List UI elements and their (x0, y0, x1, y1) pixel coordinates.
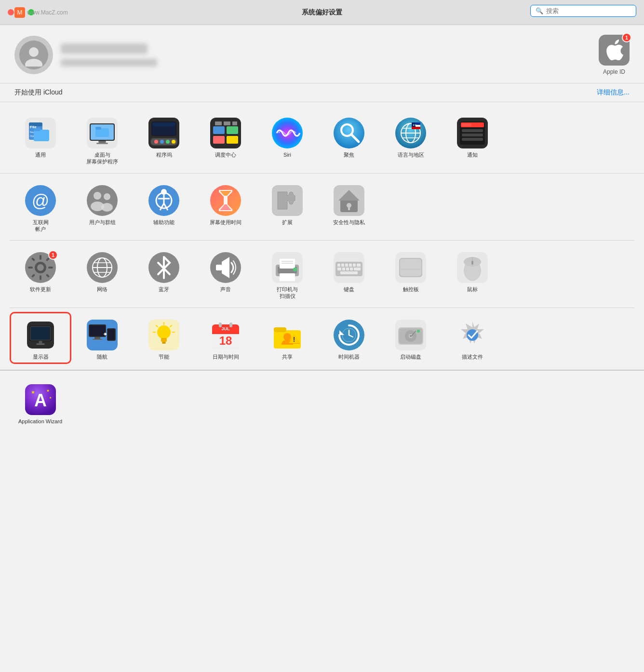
svg-rect-137 (90, 325, 105, 336)
svg-rect-84 (48, 267, 53, 269)
pref-keyboard[interactable]: 键盘 (318, 244, 380, 304)
mouse-icon (457, 252, 488, 283)
app-wizard-icon: A ★ ★ ★ (25, 384, 56, 415)
pref-sound[interactable]: 声音 (195, 244, 256, 304)
profile-info (61, 43, 157, 67)
displays-label: 显示器 (33, 353, 49, 360)
energy-label: 节能 (159, 353, 169, 360)
search-input[interactable] (546, 7, 631, 14)
pref-screentime[interactable]: 屏幕使用时间 (195, 177, 256, 237)
svg-rect-32 (215, 121, 222, 125)
pref-bluetooth[interactable]: 蓝牙 (133, 244, 195, 304)
pref-spotlight[interactable]: 聚焦 (318, 110, 380, 169)
pref-language[interactable]: ★★ 语言与地区 (380, 110, 442, 169)
mission-icon (210, 118, 241, 148)
svg-rect-144 (161, 338, 167, 342)
svg-point-64 (101, 203, 113, 212)
svg-rect-82 (40, 275, 41, 280)
titlebar: M www.MacZ.com 系统偏好设置 🔍 (0, 0, 644, 25)
pref-users[interactable]: 用户与群组 (71, 177, 133, 237)
svg-point-60 (87, 185, 118, 216)
close-button[interactable] (8, 9, 14, 15)
svg-rect-54 (462, 123, 471, 126)
svg-point-105 (293, 268, 297, 271)
svg-rect-112 (353, 264, 356, 267)
handoff-label: 随航 (97, 353, 107, 360)
profile-left (14, 36, 157, 74)
svg-point-21 (160, 140, 164, 144)
svg-rect-81 (40, 255, 41, 260)
pref-dock[interactable]: 程序坞 (133, 110, 195, 169)
accessibility-icon (148, 185, 179, 216)
pref-accessibility[interactable]: 辅助功能 (133, 177, 195, 237)
mouse-label: 鼠标 (467, 286, 478, 293)
search-icon: 🔍 (536, 7, 543, 14)
svg-rect-139 (93, 339, 102, 340)
svg-point-80 (37, 264, 44, 271)
pref-notifications[interactable]: 通知 (442, 110, 503, 169)
printers-label: 打印机与扫描仪 (277, 286, 298, 300)
pref-network[interactable]: 网络 (71, 244, 133, 304)
extensions-label: 扩展 (282, 219, 293, 226)
energy-icon (148, 320, 179, 350)
svg-rect-8 (34, 130, 49, 141)
language-icon: ★★ (395, 118, 426, 148)
icloud-detail-link[interactable]: 详细信息... (597, 88, 630, 97)
avatar[interactable] (14, 36, 53, 74)
pref-internet[interactable]: @ 互联网帐户 (10, 177, 71, 237)
pref-desktop[interactable]: 桌面与屏幕保护程序 (71, 110, 133, 169)
svg-rect-110 (345, 264, 348, 267)
svg-rect-104 (280, 273, 295, 281)
desktop-icon (87, 118, 118, 148)
sound-label: 声音 (220, 286, 231, 293)
svg-rect-109 (341, 264, 344, 267)
svg-rect-111 (349, 264, 352, 267)
svg-rect-28 (213, 126, 225, 134)
pref-timemachine[interactable]: 时间机器 (318, 312, 380, 364)
svg-point-63 (104, 193, 110, 200)
pref-mouse[interactable]: 鼠标 (442, 244, 503, 304)
pref-siri[interactable]: Siri (256, 110, 318, 169)
macos-logo: M (14, 7, 25, 18)
pref-profiles[interactable]: 描述文件 (442, 312, 503, 364)
sharing-icon: ! (272, 320, 303, 350)
pref-extensions[interactable]: 扩展 (256, 177, 318, 237)
pref-trackpad[interactable]: 触控板 (380, 244, 442, 304)
pref-security[interactable]: 安全性与隐私 (318, 177, 380, 237)
svg-rect-14 (95, 127, 101, 130)
pref-softwareupdate[interactable]: 1 软件更新 (10, 244, 71, 304)
section-divider-2 (10, 308, 634, 308)
svg-rect-108 (337, 264, 340, 267)
search-box[interactable]: 🔍 (530, 5, 636, 17)
svg-rect-57 (462, 138, 483, 141)
pref-sharing[interactable]: ! 共享 (256, 312, 318, 364)
svg-point-160 (283, 333, 291, 341)
svg-rect-119 (340, 271, 358, 274)
softwareupdate-icon: 1 (25, 252, 56, 283)
pref-handoff[interactable]: 随航 (71, 312, 133, 364)
internet-icon: @ (25, 185, 56, 216)
svg-text:★★: ★★ (413, 123, 417, 126)
svg-rect-122 (400, 259, 421, 276)
pref-startup[interactable]: 启动磁盘 (380, 312, 442, 364)
pref-displays[interactable]: 显示器 (10, 312, 71, 364)
svg-rect-131 (30, 326, 51, 340)
svg-rect-102 (282, 261, 293, 262)
apple-id-section[interactable]: 1 Apple ID (599, 35, 630, 75)
datetime-icon: JUL 18 (210, 320, 241, 350)
general-icon: File New Ope (25, 118, 56, 148)
mission-label: 调度中心 (215, 151, 236, 158)
pref-general[interactable]: File New Ope 通用 (10, 110, 71, 169)
app-wizard-item[interactable]: A ★ ★ ★ Application Wizard (14, 380, 66, 429)
section3-grid: 1 软件更新 网络 (0, 244, 644, 304)
softwareupdate-label: 软件更新 (30, 286, 51, 293)
pref-datetime[interactable]: JUL 18 日期与时间 (195, 312, 256, 364)
timemachine-label: 时间机器 (338, 353, 360, 360)
pref-printers[interactable]: 打印机与扫描仪 (256, 244, 318, 304)
svg-point-35 (272, 118, 303, 148)
section4-grid: 显示器 随航 (0, 312, 644, 364)
pref-energy[interactable]: 节能 (133, 312, 195, 364)
svg-text:JUL: JUL (221, 326, 230, 331)
svg-rect-114 (337, 268, 341, 270)
pref-mission[interactable]: 调度中心 (195, 110, 256, 169)
